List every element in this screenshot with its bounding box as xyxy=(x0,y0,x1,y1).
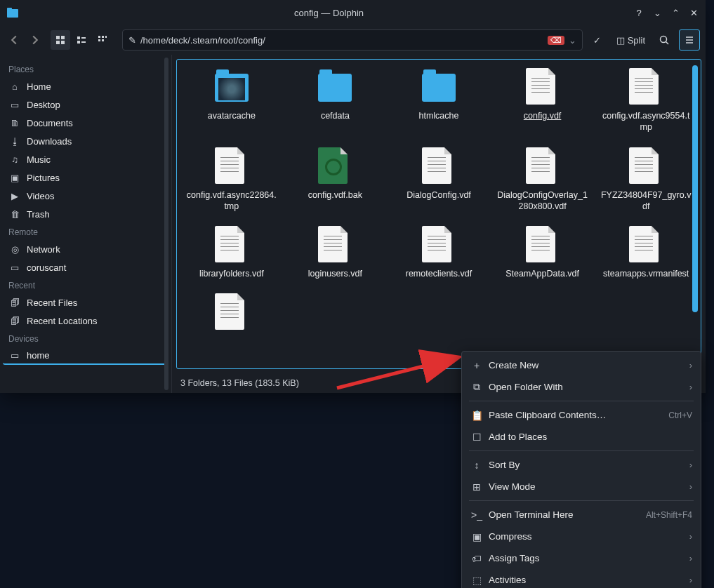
file-item[interactable] xyxy=(183,290,281,338)
sidebar-item-home[interactable]: ⌂Home xyxy=(3,77,168,95)
sidebar-item-label: Recent Files xyxy=(27,298,77,308)
menu-item-add-to-places[interactable]: ☐Add to Places xyxy=(462,426,701,448)
menu-item-view-mode[interactable]: ⊞View Mode› xyxy=(462,476,701,497)
sidebar-item-desktop[interactable]: ▭Desktop xyxy=(3,95,168,114)
sidebar-item-videos[interactable]: ▶Videos xyxy=(3,187,168,205)
sidebar-item-downloads[interactable]: ⭳Downloads xyxy=(3,132,168,150)
menu-item-icon: ↕ xyxy=(470,460,483,471)
menu-item-assign-tags[interactable]: 🏷Assign Tags› xyxy=(462,547,701,569)
icon-view-button[interactable] xyxy=(51,30,70,50)
music-icon: ♫ xyxy=(8,154,21,165)
toolbar: ✎ /home/deck/.steam/root/config/ ⌫ ⌄ ✓ ◫… xyxy=(0,25,706,55)
svg-rect-1 xyxy=(7,8,12,11)
menu-button[interactable] xyxy=(679,29,700,51)
file-item[interactable]: SteamAppData.vdf xyxy=(494,223,592,282)
sidebar-item-label: Recent Locations xyxy=(27,316,97,326)
sidebar-item-trash[interactable]: 🗑Trash xyxy=(3,205,168,223)
sidebar-section-title: Places xyxy=(3,60,168,77)
help-button[interactable]: ? xyxy=(633,8,645,18)
close-button[interactable]: ✕ xyxy=(687,8,700,18)
forward-button[interactable] xyxy=(27,32,44,48)
file-icon xyxy=(526,147,560,185)
menu-item-open-terminal-here[interactable]: >_Open Terminal HereAlt+Shift+F4 xyxy=(462,504,701,526)
menu-item-icon: + xyxy=(470,360,483,371)
menu-item-icon: ⧉ xyxy=(470,381,483,393)
file-icon xyxy=(629,147,663,185)
recent-files-icon: 🗐 xyxy=(8,298,21,308)
file-item[interactable]: config.vdf.bak xyxy=(286,145,385,215)
file-icon xyxy=(526,226,560,264)
maximize-button[interactable]: ⌃ xyxy=(669,8,682,18)
address-bar[interactable]: ✎ /home/deck/.steam/root/config/ ⌫ ⌄ xyxy=(122,29,583,51)
desktop-icon: ▭ xyxy=(8,100,21,110)
back-button[interactable] xyxy=(6,32,22,48)
chevron-right-icon: › xyxy=(689,531,692,542)
folder-item[interactable]: cefdata xyxy=(286,65,385,136)
recent-loc-icon: 🗐 xyxy=(8,316,21,326)
sidebar-item-pictures[interactable]: ▣Pictures xyxy=(3,168,168,187)
sidebar-item-recent-locations[interactable]: 🗐Recent Locations xyxy=(3,312,168,330)
svg-rect-5 xyxy=(61,41,65,44)
menu-item-icon: ⬚ xyxy=(470,575,483,586)
svg-rect-4 xyxy=(56,41,60,44)
split-button[interactable]: ◫ Split xyxy=(612,29,649,51)
chevron-right-icon: › xyxy=(689,382,692,392)
menu-item-label: Assign Tags xyxy=(489,553,684,563)
path-dropdown-icon[interactable]: ⌄ xyxy=(569,35,576,46)
file-item[interactable]: FYZZ34804F97_gyro.vdf xyxy=(597,145,695,215)
sidebar-scrollbar[interactable] xyxy=(164,58,168,390)
menu-item-paste-clipboard-contents[interactable]: 📋Paste Clipboard Contents…Ctrl+V xyxy=(462,404,701,426)
window-title: config — Dolphin xyxy=(25,8,633,18)
menu-item-open-folder-with[interactable]: ⧉Open Folder With› xyxy=(462,376,701,398)
file-item[interactable]: steamapps.vrmanifest xyxy=(597,223,695,282)
menu-item-activities[interactable]: ⬚Activities› xyxy=(462,569,701,588)
sidebar-item-documents[interactable]: 🗎Documents xyxy=(3,114,168,132)
clear-path-button[interactable]: ⌫ xyxy=(548,36,564,45)
file-item[interactable]: config.vdf xyxy=(494,65,592,136)
file-item[interactable]: config.vdf.async9554.tmp xyxy=(597,65,695,136)
sidebar-section-title: Recent xyxy=(3,276,168,293)
file-label: SteamAppData.vdf xyxy=(505,268,579,279)
file-item[interactable]: loginusers.vdf xyxy=(286,223,385,282)
file-scrollbar[interactable] xyxy=(692,65,698,312)
svg-rect-2 xyxy=(56,36,60,39)
compact-view-button[interactable] xyxy=(72,30,91,50)
sidebar-item-home[interactable]: ▭home xyxy=(3,347,168,365)
file-item[interactable]: DialogConfig.vdf xyxy=(390,145,488,215)
folder-item[interactable]: htmlcache xyxy=(390,65,488,136)
menu-item-compress[interactable]: ▣Compress› xyxy=(462,526,701,547)
accept-button[interactable]: ✓ xyxy=(587,29,608,51)
file-item[interactable]: config.vdf.async22864.tmp xyxy=(183,145,281,215)
file-icon xyxy=(422,226,456,264)
folder-item[interactable]: avatarcache xyxy=(183,65,281,136)
file-icon xyxy=(318,147,352,185)
chevron-right-icon: › xyxy=(689,481,692,492)
menu-item-label: Sort By xyxy=(489,460,684,470)
file-view[interactable]: avatarcachecefdatahtmlcacheconfig.vdfcon… xyxy=(176,59,701,369)
file-item[interactable]: libraryfolders.vdf xyxy=(183,223,281,282)
menu-item-icon: ▣ xyxy=(470,531,483,542)
file-icon xyxy=(215,226,249,264)
titlebar: config — Dolphin ? ⌄ ⌃ ✕ xyxy=(0,0,706,25)
sidebar-item-recent-files[interactable]: 🗐Recent Files xyxy=(3,293,168,312)
sidebar-item-music[interactable]: ♫Music xyxy=(3,150,168,168)
svg-rect-12 xyxy=(105,36,107,38)
edit-path-icon: ✎ xyxy=(128,35,136,46)
sidebar-item-network[interactable]: ◎Network xyxy=(3,240,168,258)
file-item[interactable]: DialogConfigOverlay_1280x800.vdf xyxy=(494,145,592,215)
menu-item-create-new[interactable]: +Create New› xyxy=(462,354,701,376)
menu-separator xyxy=(469,500,694,501)
sidebar-section-title: Devices xyxy=(3,330,168,347)
main-panel: avatarcachecefdatahtmlcacheconfig.vdfcon… xyxy=(172,55,706,393)
sidebar-item-coruscant[interactable]: ▭coruscant xyxy=(3,258,168,276)
svg-line-16 xyxy=(666,42,669,45)
search-button[interactable] xyxy=(654,29,675,51)
minimize-button[interactable]: ⌄ xyxy=(651,8,663,18)
menu-item-sort-by[interactable]: ↕Sort By› xyxy=(462,454,701,476)
split-icon: ◫ xyxy=(616,35,625,46)
sidebar-item-label: home xyxy=(27,350,50,361)
file-item[interactable]: remoteclients.vdf xyxy=(390,223,488,282)
menu-item-label: Compress xyxy=(489,531,684,542)
details-view-button[interactable] xyxy=(93,30,112,50)
menu-item-label: Open Terminal Here xyxy=(489,509,646,520)
